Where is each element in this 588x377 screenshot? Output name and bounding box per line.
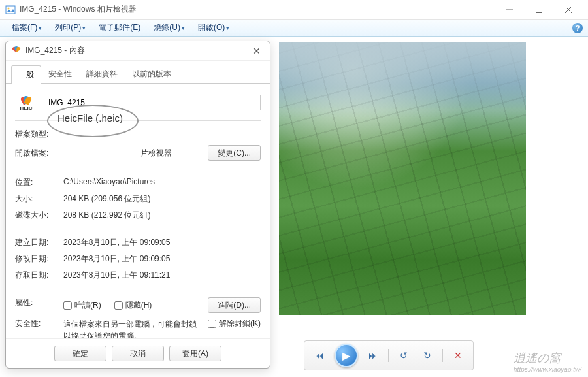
- dialog-footer: 確定 取消 套用(A): [6, 338, 270, 368]
- dialog-body: HEIC 檔案類型: 開啟檔案: 片檢視器 變更(C)... 位置: C:\Us…: [6, 84, 270, 338]
- created-value: 2023年8月10日, 上午 09:09:05: [63, 237, 261, 248]
- security-label: 安全性:: [15, 318, 63, 329]
- window-buttons: [495, 0, 583, 20]
- svg-rect-0: [6, 6, 15, 14]
- separator: [442, 349, 443, 362]
- apply-button[interactable]: 套用(A): [169, 346, 221, 361]
- size-label: 大小:: [15, 193, 63, 205]
- location-label: 位置:: [15, 177, 63, 188]
- menu-burn[interactable]: 燒錄(U)▾: [147, 20, 191, 35]
- openwith-value: 片檢視器: [69, 148, 203, 159]
- app-icon: [5, 5, 16, 15]
- modified-label: 修改日期:: [15, 254, 63, 265]
- help-icon[interactable]: ?: [572, 23, 583, 33]
- titlebar: IMG_4215 - Windows 相片檢視器: [0, 0, 588, 20]
- dialog-titlebar: IMG_4215 - 內容 ✕: [6, 41, 270, 61]
- menu-print[interactable]: 列印(P)▾: [48, 20, 92, 35]
- security-text: 這個檔案來自另一部電腦，可能會封鎖以協助保護您的電腦。: [63, 318, 201, 338]
- hidden-check[interactable]: 隱藏(H): [114, 300, 152, 311]
- prev-button[interactable]: ⏮: [311, 348, 328, 363]
- openwith-label: 開啟檔案:: [15, 148, 63, 159]
- svg-rect-3: [536, 7, 542, 12]
- watermark: 逍遙の窩 https://www.xiaoyao.tw/: [514, 350, 581, 373]
- dialog-tabs: 一般 安全性 詳細資料 以前的版本: [6, 61, 270, 84]
- menubar: 檔案(F)▾ 列印(P)▾ 電子郵件(E) 燒錄(U)▾ 開啟(O)▾ ?: [0, 20, 588, 37]
- unblock-check[interactable]: 解除封鎖(K): [208, 318, 261, 329]
- dialog-title: IMG_4215 - 內容: [25, 45, 249, 56]
- location-value: C:\Users\Xiaoyao\Pictures: [63, 177, 261, 186]
- play-button[interactable]: ▶: [335, 344, 358, 367]
- tab-security[interactable]: 安全性: [41, 65, 79, 83]
- rotate-cw-button[interactable]: ↻: [419, 348, 436, 363]
- next-button[interactable]: ⏭: [365, 348, 382, 363]
- tab-general[interactable]: 一般: [11, 65, 41, 84]
- window-title: IMG_4215 - Windows 相片檢視器: [20, 4, 495, 15]
- close-button[interactable]: [553, 0, 583, 20]
- cancel-button[interactable]: 取消: [112, 346, 164, 361]
- maximize-button[interactable]: [524, 0, 553, 20]
- heic-file-icon: HEIC: [15, 91, 37, 114]
- ok-button[interactable]: 確定: [54, 346, 106, 361]
- separator: [388, 349, 389, 362]
- main-area: ⏮ ▶ ⏭ ↺ ↻ ✕ IMG_4215 - 內容 ✕ 一般 安全性 詳細資料 …: [0, 37, 588, 377]
- controlbar: ⏮ ▶ ⏭ ↺ ↻ ✕: [304, 340, 474, 370]
- photo-preview: [279, 42, 526, 315]
- rotate-ccw-button[interactable]: ↺: [395, 348, 412, 363]
- dialog-close-button[interactable]: ✕: [249, 43, 265, 59]
- delete-button[interactable]: ✕: [449, 348, 466, 363]
- properties-dialog: IMG_4215 - 內容 ✕ 一般 安全性 詳細資料 以前的版本 HEIC 檔…: [5, 41, 270, 369]
- readonly-check[interactable]: 唯讀(R): [63, 300, 101, 311]
- dialog-icon: [11, 46, 22, 56]
- accessed-label: 存取日期:: [15, 270, 63, 281]
- menu-email[interactable]: 電子郵件(E): [92, 20, 147, 35]
- filename-input[interactable]: [44, 95, 261, 110]
- minimize-button[interactable]: [495, 0, 524, 20]
- tab-previous[interactable]: 以前的版本: [125, 65, 178, 83]
- filetype-label: 檔案類型:: [15, 129, 63, 140]
- accessed-value: 2023年8月10日, 上午 09:11:21: [63, 270, 261, 281]
- disksize-label: 磁碟大小:: [15, 210, 63, 221]
- menu-file[interactable]: 檔案(F)▾: [5, 20, 48, 35]
- disksize-value: 208 KB (212,992 位元組): [63, 210, 261, 221]
- attrs-label: 屬性:: [15, 297, 63, 308]
- created-label: 建立日期:: [15, 237, 63, 248]
- menu-open[interactable]: 開啟(O)▾: [191, 20, 236, 35]
- tab-details[interactable]: 詳細資料: [79, 65, 125, 83]
- svg-point-1: [8, 7, 10, 9]
- advanced-button[interactable]: 進階(D)...: [208, 297, 261, 313]
- size-value: 204 KB (209,056 位元組): [63, 193, 261, 205]
- modified-value: 2023年8月10日, 上午 09:09:05: [63, 254, 261, 265]
- change-button[interactable]: 變更(C)...: [208, 145, 261, 161]
